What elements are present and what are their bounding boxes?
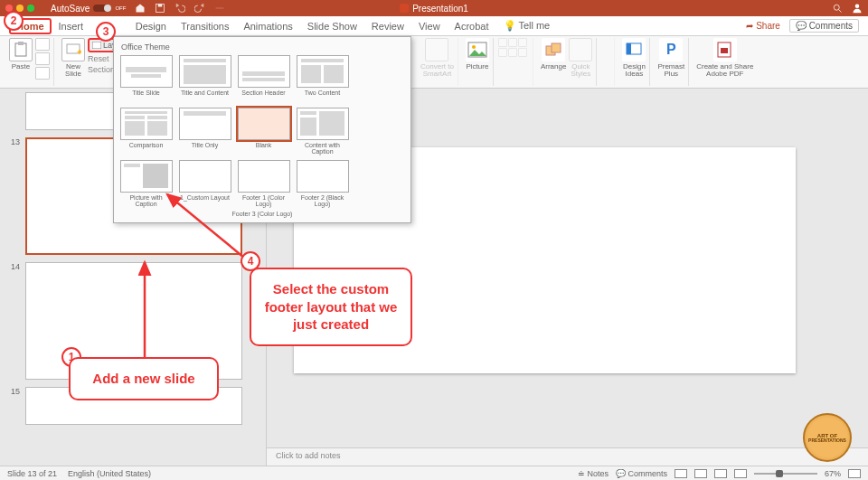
tab-transitions[interactable]: Transitions (174, 18, 236, 34)
fit-window-button[interactable] (848, 469, 861, 478)
reading-view-button[interactable] (714, 469, 727, 478)
layout-item-section-header[interactable]: Section Header (235, 53, 292, 104)
undo-icon[interactable] (175, 3, 185, 14)
svg-point-3 (855, 5, 860, 9)
autosave-state: OFF (115, 5, 126, 11)
notes-button[interactable]: ≐ Notes (578, 469, 609, 478)
comments-status-button[interactable]: 💬 Comments (616, 469, 667, 478)
maximize-icon[interactable] (27, 5, 34, 12)
svg-rect-8 (92, 42, 101, 49)
autosave-toggle[interactable]: AutoSave OFF (51, 4, 126, 14)
annotation-badge-3: 3 (96, 22, 116, 42)
layout-item-title-slide[interactable]: Title Slide (118, 53, 175, 104)
share-button[interactable]: ➦ Share (746, 21, 779, 31)
annotation-badge-2: 2 (4, 11, 24, 31)
save-icon[interactable] (155, 3, 165, 14)
arrange-group: Arrange Quick Styles (537, 38, 597, 86)
thumb-number: 15 (7, 387, 20, 396)
notes-pane[interactable]: Click to add notes (267, 447, 868, 466)
slide-position: Slide 13 of 21 (7, 469, 57, 478)
tab-animations[interactable]: Animations (236, 18, 299, 34)
layout-item-picture-caption[interactable]: Picture with Caption (118, 158, 175, 209)
powerpoint-icon (400, 4, 409, 13)
brand-badge: ART OF PRESENTATIONS (803, 413, 852, 462)
design-ideas-icon (625, 41, 643, 59)
layout-item-comparison[interactable]: Comparison (118, 106, 175, 156)
quick-styles-button[interactable] (569, 38, 592, 61)
thumb-number: 13 (7, 137, 20, 146)
doc-title-wrap: Presentation1 (400, 4, 468, 14)
doc-title: Presentation1 (412, 4, 468, 14)
svg-point-10 (472, 45, 476, 49)
notes-placeholder: Click to add notes (276, 451, 341, 460)
layout-dropdown[interactable]: Office Theme Title Slide Title and Conte… (113, 36, 411, 223)
status-bar: Slide 13 of 21 English (United States) ≐… (0, 466, 868, 480)
picture-button[interactable] (466, 38, 489, 61)
switch-icon[interactable] (93, 5, 111, 12)
design-ideas-group: Design Ideas (618, 38, 650, 86)
svg-point-2 (834, 5, 839, 10)
svg-rect-14 (627, 43, 631, 54)
layout-item-custom[interactable]: 1_Custom Layout (176, 158, 233, 209)
layout-item-two-content[interactable]: Two Content (294, 53, 351, 104)
annotation-speech-4: Select the custom footer layout that we … (250, 268, 412, 346)
sorter-view-button[interactable] (694, 469, 707, 478)
tab-slideshow[interactable]: Slide Show (300, 18, 364, 34)
zoom-slider[interactable] (754, 473, 817, 475)
paste-button[interactable] (9, 38, 33, 61)
premast-button[interactable]: P (659, 38, 683, 61)
new-slide-button[interactable]: ✦ (61, 38, 85, 61)
ribbon-tabs: Home Insert Draw Design Transitions Anim… (0, 16, 868, 36)
minimize-icon[interactable] (16, 5, 24, 12)
layout-icon (92, 42, 101, 49)
redo-icon[interactable] (194, 3, 205, 14)
clipboard-icon (13, 42, 29, 58)
cut-button[interactable] (35, 38, 50, 51)
tab-acrobat[interactable]: Acrobat (448, 18, 496, 34)
comments-button[interactable]: 💬 Comments (789, 19, 859, 33)
qat-more-icon[interactable] (214, 3, 225, 14)
layout-item-content-caption[interactable]: Content with Caption (294, 106, 351, 156)
picture-icon (467, 42, 487, 58)
new-slide-label: New Slide (65, 63, 81, 78)
shape-format-group (600, 38, 615, 86)
layout-grid: Title Slide Title and Content Section He… (118, 53, 407, 209)
layout-item-footer3[interactable]: Footer 3 (Color Logo) (118, 209, 407, 219)
copy-button[interactable] (35, 52, 50, 65)
annotation-speech-1: Add a new slide (69, 357, 219, 400)
adobe-pdf-button[interactable] (713, 38, 737, 61)
tab-review[interactable]: Review (364, 18, 411, 34)
normal-view-button[interactable] (675, 469, 687, 478)
premast-group: P Premast Plus (654, 38, 689, 86)
shapes-group (497, 38, 533, 86)
convert-smartart-button[interactable] (425, 38, 448, 61)
section-button[interactable]: Section (88, 65, 115, 74)
svg-rect-12 (552, 43, 561, 52)
tell-me[interactable]: 💡 Tell me (496, 17, 558, 34)
language-status[interactable]: English (United States) (68, 469, 151, 478)
zoom-level[interactable]: 67% (825, 469, 841, 478)
search-icon[interactable] (832, 3, 843, 14)
user-icon[interactable] (852, 3, 863, 14)
autosave-label: AutoSave (51, 4, 90, 14)
layout-item-title-content[interactable]: Title and Content (176, 53, 233, 104)
layout-item-blank[interactable]: Blank (235, 106, 292, 156)
svg-rect-4 (15, 43, 26, 56)
arrange-icon (544, 42, 562, 58)
smartart-group: Convert to SmartArt (417, 38, 458, 86)
picture-group: Picture (462, 38, 494, 86)
slideshow-view-button[interactable] (734, 469, 747, 478)
format-painter-button[interactable] (35, 67, 50, 80)
layout-item-title-only[interactable]: Title Only (176, 106, 233, 156)
thumb-number: 14 (7, 262, 20, 271)
design-ideas-button[interactable] (622, 38, 646, 61)
paste-label: Paste (12, 63, 30, 71)
arrange-button[interactable] (542, 38, 565, 61)
tab-insert[interactable]: Insert (52, 18, 91, 34)
tab-view[interactable]: View (411, 18, 448, 34)
layout-item-footer-black[interactable]: Footer 2 (Black Logo) (294, 158, 351, 209)
layout-item-footer-color[interactable]: Footer 1 (Color Logo) (235, 158, 292, 209)
tab-design[interactable]: Design (128, 18, 174, 34)
home-icon[interactable] (135, 3, 146, 14)
reset-button[interactable]: Reset (88, 54, 109, 63)
